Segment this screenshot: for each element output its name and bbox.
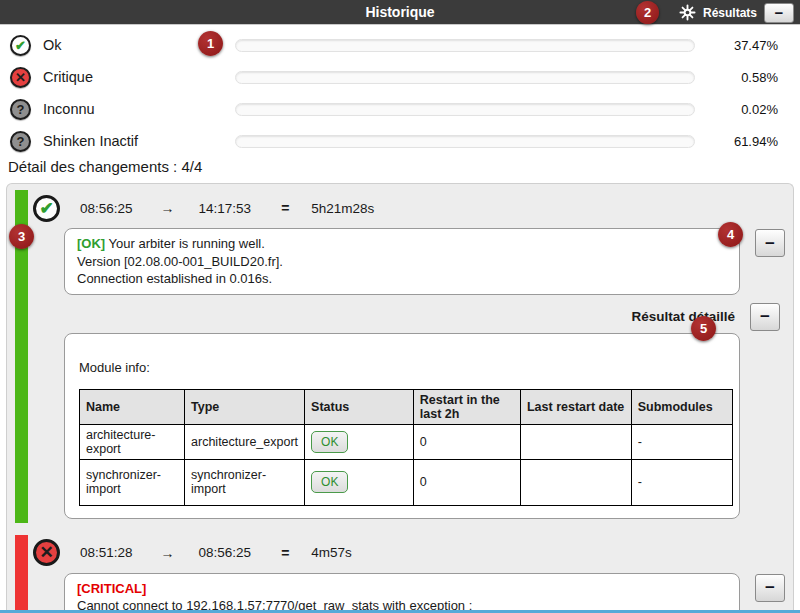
- header-right-group: Résultats −: [679, 0, 794, 25]
- arrow-icon: →: [161, 200, 175, 216]
- column-header-status: Status: [305, 389, 414, 424]
- status-percent: 0.02%: [695, 102, 800, 117]
- end-time: 14:17:53: [199, 201, 252, 216]
- shinken-inactif-progress-bar: [235, 135, 695, 148]
- change-entry-critical: ✕ 08:51:28 → 08:56:25 = 4m57s [CRITICAL]…: [7, 529, 793, 613]
- status-summary: ✔ Ok 37.47% ✕ Critique 0.58% ? Inconnu 0…: [0, 29, 800, 157]
- column-header-restart: Restart in the last 2h: [413, 389, 520, 424]
- table-row: synchronizer-import synchronizer-import …: [80, 459, 733, 505]
- cell-submodules: -: [631, 424, 732, 459]
- status-badge: OK: [311, 431, 348, 453]
- ok-progress-bar: [235, 39, 695, 52]
- detailed-result-label: Résultat détaillé: [631, 309, 735, 324]
- ok-message-box: [OK] Your arbiter is running well. Versi…: [64, 228, 740, 295]
- ok-status-prefix: [OK]: [77, 236, 105, 251]
- equals-icon: =: [281, 545, 289, 561]
- column-header-submodules: Submodules: [631, 389, 732, 424]
- message-line-1: [CRITICAL]: [77, 580, 727, 598]
- ok-check-icon: ✔: [10, 35, 31, 56]
- critical-state-bar: [15, 535, 28, 613]
- critical-cross-icon: ✕: [33, 539, 60, 566]
- cell-last-restart-date: [520, 459, 631, 505]
- status-badge: OK: [311, 471, 348, 493]
- critical-cross-icon: ✕: [10, 67, 31, 88]
- status-label: Shinken Inactif: [43, 133, 235, 149]
- detailed-result-box: Module info: Name Type Status Restart in…: [64, 333, 740, 519]
- duration: 4m57s: [311, 545, 352, 560]
- end-time: 08:56:25: [199, 545, 252, 560]
- message-row: [OK] Your arbiter is running well. Versi…: [7, 228, 793, 295]
- cell-submodules: -: [631, 459, 732, 505]
- annotation-badge-1: 1: [198, 31, 223, 56]
- cell-name: architecture-export: [80, 424, 185, 459]
- critical-message-collapse-button[interactable]: −: [755, 574, 785, 602]
- status-label: Critique: [43, 69, 235, 85]
- annotation-badge-5: 5: [691, 316, 716, 341]
- critical-status-prefix: [CRITICAL]: [77, 581, 146, 596]
- annotation-badge-3: 3: [9, 224, 34, 249]
- changes-heading: Détail des changements : 4/4: [8, 158, 202, 175]
- status-row-shinken-inactif: ? Shinken Inactif 61.94%: [0, 125, 800, 157]
- annotation-badge-2: 2: [636, 1, 659, 24]
- entry-header: ✔ 08:56:25 → 14:17:53 = 5h21m28s: [33, 192, 793, 224]
- cell-type: synchronizer-import: [185, 459, 305, 505]
- cell-restart-count: 0: [413, 424, 520, 459]
- duration: 5h21m28s: [311, 201, 374, 216]
- start-time: 08:51:28: [80, 545, 133, 560]
- message-line-3: Connection established in 0.016s.: [77, 270, 727, 288]
- cell-type: architecture_export: [185, 424, 305, 459]
- status-percent: 37.47%: [695, 38, 800, 53]
- panel-collapse-button[interactable]: −: [764, 3, 794, 23]
- message-row: [CRITICAL] Cannot connect to 192.168.1.5…: [7, 573, 793, 613]
- start-time: 08:56:25: [80, 201, 133, 216]
- annotation-badge-4: 4: [718, 222, 743, 247]
- status-row-ok: ✔ Ok 37.47%: [0, 29, 800, 61]
- critical-message-box: [CRITICAL] Cannot connect to 192.168.1.5…: [64, 573, 740, 613]
- column-header-last-restart-date: Last restart date: [520, 389, 631, 424]
- module-info-label: Module info:: [79, 360, 727, 375]
- cell-status: OK: [305, 459, 414, 505]
- detailed-result-collapse-button[interactable]: −: [750, 303, 780, 331]
- message-line-2: Version [02.08.00-001_BUILD20.fr].: [77, 253, 727, 271]
- cell-name: synchronizer-import: [80, 459, 185, 505]
- detailed-result-row: Résultat détaillé −: [7, 303, 793, 331]
- question-icon: ?: [10, 131, 31, 152]
- changes-container: ✔ 08:56:25 → 14:17:53 = 5h21m28s [OK] Yo…: [6, 183, 794, 613]
- column-header-name: Name: [80, 389, 185, 424]
- change-entry-ok: ✔ 08:56:25 → 14:17:53 = 5h21m28s [OK] Yo…: [7, 184, 793, 529]
- status-percent: 0.58%: [695, 70, 800, 85]
- equals-icon: =: [281, 200, 289, 216]
- column-header-type: Type: [185, 389, 305, 424]
- cell-status: OK: [305, 424, 414, 459]
- ok-check-icon: ✔: [33, 195, 60, 222]
- cell-restart-count: 0: [413, 459, 520, 505]
- table-row: architecture-export architecture_export …: [80, 424, 733, 459]
- status-row-critique: ✕ Critique 0.58%: [0, 61, 800, 93]
- table-header-row: Name Type Status Restart in the last 2h …: [80, 389, 733, 424]
- panel-header: Historique Résultats −: [0, 0, 800, 25]
- critique-progress-bar: [235, 71, 695, 84]
- ok-message-collapse-button[interactable]: −: [755, 229, 785, 257]
- results-link[interactable]: Résultats: [703, 6, 757, 20]
- message-text: Your arbiter is running well.: [105, 236, 265, 251]
- inconnu-progress-bar: [235, 103, 695, 116]
- shinken-star-icon: [679, 4, 696, 21]
- module-table: Name Type Status Restart in the last 2h …: [79, 389, 733, 506]
- question-icon: ?: [10, 99, 31, 120]
- message-line-1: [OK] Your arbiter is running well.: [77, 235, 727, 253]
- status-row-inconnu: ? Inconnu 0.02%: [0, 93, 800, 125]
- arrow-icon: →: [161, 545, 175, 561]
- entry-header: ✕ 08:51:28 → 08:56:25 = 4m57s: [33, 537, 793, 569]
- cell-last-restart-date: [520, 424, 631, 459]
- status-label: Inconnu: [43, 101, 235, 117]
- status-percent: 61.94%: [695, 134, 800, 149]
